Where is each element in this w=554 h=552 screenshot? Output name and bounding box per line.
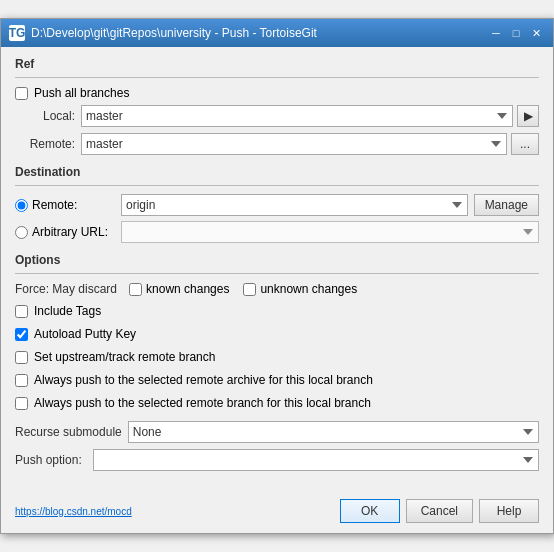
destination-section-label: Destination — [15, 165, 539, 179]
app-icon: TG — [9, 25, 25, 41]
options-section-label: Options — [15, 253, 539, 267]
destination-remote-radio[interactable] — [15, 199, 28, 212]
unknown-changes-label: unknown changes — [260, 282, 357, 296]
push-all-branches-checkbox[interactable] — [15, 87, 28, 100]
autoload-putty-row: Autoload Putty Key — [15, 327, 539, 341]
force-label: Force: May discard — [15, 282, 117, 296]
footer-url[interactable]: https://blog.csdn.net/mocd — [15, 506, 132, 517]
always-push-archive-label: Always push to the selected remote archi… — [34, 373, 373, 387]
unknown-changes-item: unknown changes — [243, 282, 357, 296]
remote-select-wrapper: master ... — [81, 133, 539, 155]
force-checks: known changes unknown changes — [129, 282, 357, 296]
local-select[interactable]: master — [81, 105, 513, 127]
title-bar: TG D:\Develop\git\gitRepos\university - … — [1, 19, 553, 47]
destination-arbitrary-label-group: Arbitrary URL: — [15, 225, 115, 239]
remote-dots-button[interactable]: ... — [511, 133, 539, 155]
dialog-body: Ref Push all branches Local: master ▶ Re… — [1, 47, 553, 491]
title-bar-left: TG D:\Develop\git\gitRepos\university - … — [9, 25, 317, 41]
set-upstream-checkbox[interactable] — [15, 351, 28, 364]
destination-remote-row: Remote: origin Manage — [15, 194, 539, 216]
unknown-changes-checkbox[interactable] — [243, 283, 256, 296]
push-all-branches-row: Push all branches — [15, 86, 539, 100]
always-push-archive-row: Always push to the selected remote archi… — [15, 373, 539, 387]
autoload-putty-label: Autoload Putty Key — [34, 327, 136, 341]
include-tags-label: Include Tags — [34, 304, 101, 318]
options-content: Force: May discard known changes unknown… — [15, 282, 539, 471]
maximize-button[interactable]: □ — [507, 25, 525, 41]
recurse-row: Recurse submodule None Check On-demand — [15, 421, 539, 443]
push-all-branches-label: Push all branches — [34, 86, 129, 100]
always-push-archive-checkbox[interactable] — [15, 374, 28, 387]
include-tags-checkbox[interactable] — [15, 305, 28, 318]
push-option-row: Push option: — [15, 449, 539, 471]
ok-button[interactable]: OK — [340, 499, 400, 523]
autoload-putty-checkbox[interactable] — [15, 328, 28, 341]
destination-arbitrary-select[interactable] — [121, 221, 539, 243]
include-tags-row: Include Tags — [15, 304, 539, 318]
dialog-footer: https://blog.csdn.net/mocd OK Cancel Hel… — [1, 491, 553, 533]
destination-remote-label-group: Remote: — [15, 198, 115, 212]
close-button[interactable]: ✕ — [527, 25, 545, 41]
push-option-select[interactable] — [93, 449, 539, 471]
always-push-branch-checkbox[interactable] — [15, 397, 28, 410]
always-push-branch-row: Always push to the selected remote branc… — [15, 396, 539, 410]
remote-ref-select[interactable]: master — [81, 133, 507, 155]
known-changes-item: known changes — [129, 282, 229, 296]
ref-section-label: Ref — [15, 57, 539, 71]
destination-section: Destination Remote: origin Manage — [15, 165, 539, 243]
destination-grid: Remote: origin Manage Arbitrary URL: — [15, 194, 539, 243]
recurse-label: Recurse submodule — [15, 425, 122, 439]
minimize-button[interactable]: ─ — [487, 25, 505, 41]
dialog-push: TG D:\Develop\git\gitRepos\university - … — [0, 18, 554, 534]
destination-arbitrary-label: Arbitrary URL: — [32, 225, 108, 239]
manage-button[interactable]: Manage — [474, 194, 539, 216]
local-row: Local: master ▶ — [15, 105, 539, 127]
destination-remote-label: Remote: — [32, 198, 77, 212]
local-arrow-button[interactable]: ▶ — [517, 105, 539, 127]
title-controls: ─ □ ✕ — [487, 25, 545, 41]
always-push-branch-label: Always push to the selected remote branc… — [34, 396, 371, 410]
help-button[interactable]: Help — [479, 499, 539, 523]
local-select-wrapper: master ▶ — [81, 105, 539, 127]
destination-arbitrary-radio[interactable] — [15, 226, 28, 239]
destination-remote-select[interactable]: origin — [121, 194, 468, 216]
force-row: Force: May discard known changes unknown… — [15, 282, 539, 296]
set-upstream-label: Set upstream/track remote branch — [34, 350, 215, 364]
options-section: Options Force: May discard known changes… — [15, 253, 539, 471]
known-changes-checkbox[interactable] — [129, 283, 142, 296]
title-text: D:\Develop\git\gitRepos\university - Pus… — [31, 26, 317, 40]
recurse-select[interactable]: None Check On-demand — [128, 421, 539, 443]
ref-section: Ref Push all branches Local: master ▶ Re… — [15, 57, 539, 155]
set-upstream-row: Set upstream/track remote branch — [15, 350, 539, 364]
push-option-label: Push option: — [15, 453, 87, 467]
remote-row: Remote: master ... — [15, 133, 539, 155]
known-changes-label: known changes — [146, 282, 229, 296]
local-label: Local: — [15, 109, 75, 123]
remote-ref-label: Remote: — [15, 137, 75, 151]
cancel-button[interactable]: Cancel — [406, 499, 473, 523]
destination-arbitrary-row: Arbitrary URL: — [15, 221, 539, 243]
